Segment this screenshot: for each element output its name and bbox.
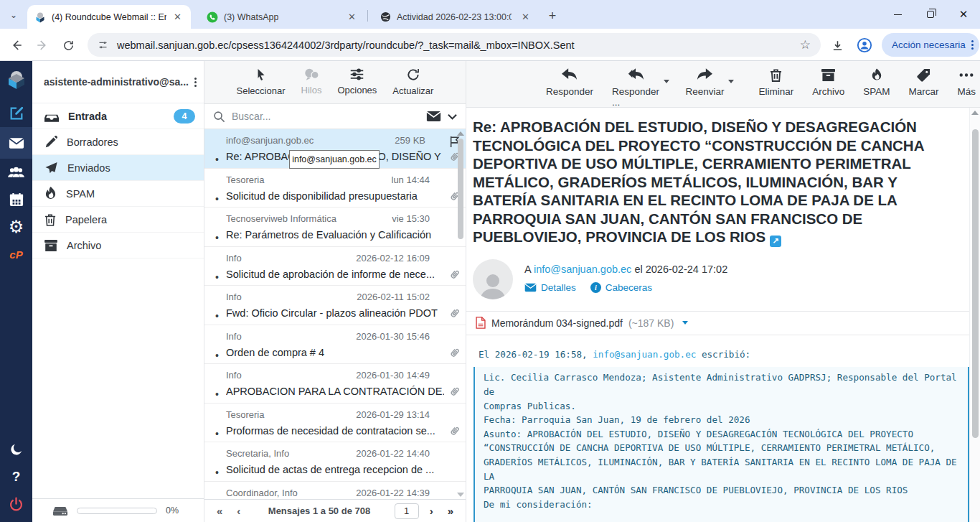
message-row[interactable]: Coordinador, Info2026-01-22 14:39 xyxy=(204,482,466,500)
headers-toggle[interactable]: i Cabeceras xyxy=(590,282,652,293)
help-icon[interactable]: ? xyxy=(0,463,32,490)
compose-icon[interactable] xyxy=(0,100,32,127)
prev-page-button[interactable]: ‹ xyxy=(233,505,244,517)
attachment-size: (~187 KB) xyxy=(628,317,674,329)
folder-item-enviados[interactable]: Enviados xyxy=(32,155,204,181)
mail-nav-icon[interactable] xyxy=(0,127,32,159)
folder-panel: asistente-administrativo@sa... Entrada 4… xyxy=(32,61,204,522)
disk-icon xyxy=(52,505,68,516)
account-header[interactable]: asistente-administrativo@sa... xyxy=(32,61,204,103)
browser-navbar: webmail.sanjuan.gob.ec/cpsess1364244002/… xyxy=(0,29,980,61)
list-scrollbar-thumb[interactable] xyxy=(458,139,463,239)
message-row[interactable]: Info2026-01-30 14:49 •APROBACION PARA LA… xyxy=(204,364,466,404)
contacts-icon[interactable] xyxy=(0,159,32,186)
quoted-sender-link[interactable]: info@sanjuan.gob.ec xyxy=(593,349,696,360)
reload-button[interactable] xyxy=(57,34,79,56)
mail-scrollbar[interactable] xyxy=(969,108,980,522)
reply-all-button[interactable]: Responder ... xyxy=(608,61,664,107)
tab-close-icon[interactable]: ✕ xyxy=(522,11,529,22)
browser-tab-actividad[interactable]: Actividad 2026-02-23 13:00:00 ✕ xyxy=(373,5,537,29)
folder-item-archivo[interactable]: Archivo xyxy=(32,233,204,258)
next-page-button[interactable]: › xyxy=(426,505,437,517)
message-row[interactable]: Info2026-02-11 15:02 •Fwd: Oficio Circul… xyxy=(204,286,466,325)
refresh-button[interactable]: Actualizar xyxy=(388,61,438,103)
message-row[interactable]: Tesorerialun 14:44 •Solicitud de disponi… xyxy=(204,169,466,208)
forward-menu-caret-icon[interactable] xyxy=(728,80,734,83)
details-toggle[interactable]: Detalles xyxy=(524,282,576,293)
recipient-link[interactable]: info@sanjuan.gob.ec xyxy=(534,264,631,275)
dark-mode-moon-icon[interactable] xyxy=(0,436,32,463)
options-button[interactable]: Opciones xyxy=(333,61,381,103)
reply-all-menu-caret-icon[interactable] xyxy=(664,80,669,83)
logout-power-icon[interactable] xyxy=(0,490,32,518)
tag-icon xyxy=(917,68,930,82)
cpanel-icon[interactable]: cP xyxy=(0,241,32,268)
tab-close-icon[interactable]: ✕ xyxy=(174,11,182,22)
url-text[interactable]: webmail.sanjuan.gob.ec/cpsess1364244002/… xyxy=(117,39,791,51)
new-tab-button[interactable]: + xyxy=(544,7,561,24)
attachment-name[interactable]: Memorándum 034-signed.pdf xyxy=(491,317,623,329)
window-close-button[interactable]: ✕ xyxy=(947,0,980,29)
folder-item-papelera[interactable]: Papelera xyxy=(32,207,204,233)
folder-item-spam[interactable]: SPAM xyxy=(32,181,204,207)
browser-tab-whatsapp[interactable]: (3) WhatsApp ✕ xyxy=(199,5,363,29)
forward-icon xyxy=(697,68,712,82)
browser-tab-roundcube[interactable]: (4) Roundcube Webmail :: Envia ✕ xyxy=(27,5,191,29)
more-button[interactable]: Más xyxy=(953,61,980,107)
quota-progress xyxy=(77,508,157,514)
reply-button[interactable]: Responder xyxy=(542,61,598,107)
bookmark-star-icon[interactable]: ☆ xyxy=(800,37,811,52)
message-row[interactable]: Secretaria, Info2026-01-22 14:40 •Solici… xyxy=(204,442,466,482)
site-settings-icon[interactable] xyxy=(98,39,108,50)
folder-label: Borradores xyxy=(67,136,118,148)
tab-search-chevron-icon[interactable]: ⌄ xyxy=(6,9,22,22)
window-restore-button[interactable] xyxy=(914,0,947,29)
mail-view-panel: Responder Responder ... Reenviar Elimina… xyxy=(466,61,980,522)
unread-badge: 4 xyxy=(174,109,195,123)
mail-scrollbar-thumb[interactable] xyxy=(972,129,979,438)
list-scrollbar[interactable] xyxy=(456,130,465,498)
spam-button[interactable]: SPAM xyxy=(859,61,894,107)
sliders-icon xyxy=(349,67,364,81)
message-row[interactable]: Tesoreria2026-01-29 13:14 •Proformas de … xyxy=(204,404,466,443)
message-row[interactable]: Info2026-02-12 16:09 •Solicitud de aprob… xyxy=(204,247,466,286)
attachment-row[interactable]: Memorándum 034-signed.pdf (~187 KB) xyxy=(466,311,969,335)
address-bar[interactable]: webmail.sanjuan.gob.ec/cpsess1364244002/… xyxy=(88,33,821,57)
search-scope-mail-icon[interactable] xyxy=(426,111,441,122)
tab-close-icon[interactable]: ✕ xyxy=(348,11,356,22)
search-input[interactable] xyxy=(232,111,420,122)
calendar-icon[interactable] xyxy=(0,186,32,213)
folder-item-borradores[interactable]: Borradores xyxy=(32,129,204,155)
account-email: asistente-administrativo@sa... xyxy=(44,76,194,88)
delete-button[interactable]: Eliminar xyxy=(754,61,798,107)
inbox-icon xyxy=(44,111,59,122)
archive-button[interactable]: Archivo xyxy=(808,61,849,107)
profile-icon[interactable] xyxy=(854,34,875,56)
first-page-button[interactable]: « xyxy=(213,505,226,517)
mail-body: El 2026-02-19 16:58, info@sanjuan.gob.ec… xyxy=(479,348,969,522)
folder-item-entrada[interactable]: Entrada 4 xyxy=(32,103,204,129)
page-number-input[interactable] xyxy=(395,503,419,519)
account-menu-icon[interactable] xyxy=(194,76,197,88)
window-minimize-button[interactable] xyxy=(881,0,914,29)
chrome-menu-icon[interactable] xyxy=(971,39,974,51)
pdf-file-icon xyxy=(476,317,486,329)
search-options-chevron-icon[interactable] xyxy=(448,113,457,120)
action-needed-chip[interactable]: Acción necesaria xyxy=(882,33,979,57)
download-icon[interactable] xyxy=(826,34,848,56)
reply-all-icon xyxy=(627,68,644,82)
message-row[interactable]: Info2026-01-30 15:46 •Orden de compra # … xyxy=(204,325,466,365)
mark-button[interactable]: Marcar xyxy=(904,61,943,107)
open-in-new-window-icon[interactable]: ↗ xyxy=(770,236,781,247)
threads-button[interactable]: Hilos xyxy=(297,61,326,103)
forward-button[interactable]: Reenviar xyxy=(681,61,728,107)
forward-button[interactable] xyxy=(32,34,53,56)
message-row[interactable]: Tecnoserviweb Informáticavie 15:30 •Re: … xyxy=(204,208,466,247)
last-page-button[interactable]: » xyxy=(444,505,457,517)
paper-plane-icon xyxy=(44,162,58,174)
select-button[interactable]: Seleccionar xyxy=(232,61,290,103)
settings-gear-icon[interactable]: ⚙ xyxy=(0,213,32,241)
roundcube-logo[interactable] xyxy=(0,61,32,100)
attachment-menu-caret-icon[interactable] xyxy=(682,321,688,325)
back-button[interactable] xyxy=(6,34,27,56)
